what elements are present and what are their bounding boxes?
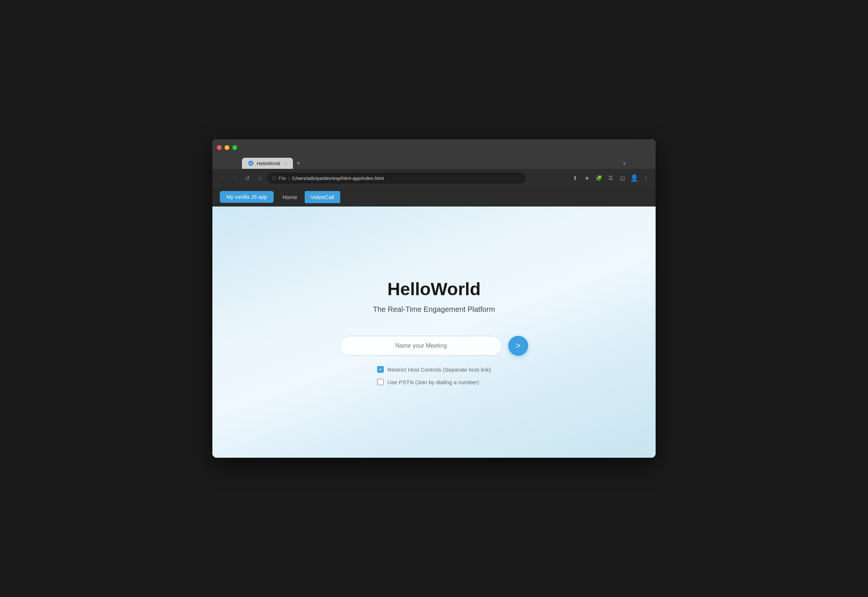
favicon-icon: ● [248,161,254,166]
title-bar [212,139,656,156]
forward-button[interactable]: → [229,173,240,183]
nav-home-link[interactable]: Home [277,191,303,203]
go-button-label: > [516,341,521,350]
url-bar[interactable]: ⓘ File | /Users/adictya/dev/exp/html-app… [267,172,525,184]
back-button[interactable]: ← [217,173,227,183]
restrict-host-label: Restrict Host Controls (Separate host li… [387,367,491,373]
browser-window: ● HelloWorld × + ∨ ← → ↺ ⌂ ⓘ File | /Use… [212,139,656,458]
new-tab-button[interactable]: + [294,158,304,169]
brand-button[interactable]: My vanilla JS app [220,191,274,203]
lock-icon: ⓘ [272,175,276,181]
refresh-button[interactable]: ↺ [242,173,252,183]
nav-bar: My vanilla JS app Home VideoCall [212,187,656,206]
file-label: File [279,175,286,181]
home-button[interactable]: ⌂ [254,173,265,183]
restrict-host-option[interactable]: ✓ Restrict Host Controls (Separate host … [377,366,491,373]
tab-favicon: ● [248,160,254,166]
hero-subtitle: The Real-Time Engagement Platform [373,305,495,313]
toolbar-right: ⬆ ★ 🧩 ☰ ◱ 👤 ⋮ [570,173,651,183]
traffic-lights [217,145,237,150]
main-content: HelloWorld The Real-Time Engagement Plat… [212,206,656,458]
tab-label: HelloWorld [257,161,280,166]
address-bar: ← → ↺ ⌂ ⓘ File | /Users/adictya/dev/exp/… [212,169,656,187]
avatar[interactable]: 👤 [629,173,640,183]
close-button[interactable] [217,145,222,150]
maximize-button[interactable] [232,145,237,150]
active-tab[interactable]: ● HelloWorld × [242,158,293,169]
pstn-option[interactable]: Use PSTN (Join by dialing a number) [377,379,479,385]
split-view-icon[interactable]: ◱ [617,173,628,183]
check-icon: ✓ [378,367,382,372]
meeting-name-input[interactable] [340,336,502,356]
pstn-label: Use PSTN (Join by dialing a number) [387,379,479,385]
tab-close-button[interactable]: × [284,161,286,165]
menu-icon[interactable]: ⋮ [641,173,651,183]
pstn-checkbox[interactable] [377,379,384,385]
extensions-icon[interactable]: 🧩 [594,173,604,183]
minimize-button[interactable] [224,145,229,150]
reading-list-icon[interactable]: ☰ [605,173,616,183]
tab-more-button[interactable]: ∨ [623,158,626,169]
meeting-form: > [340,336,528,356]
hero-title: HelloWorld [387,279,481,299]
share-icon[interactable]: ⬆ [570,173,580,183]
bookmark-icon[interactable]: ★ [582,173,592,183]
address-path: /Users/adictya/dev/exp/html-app/index.ht… [292,175,384,181]
options-container: ✓ Restrict Host Controls (Separate host … [377,366,491,385]
address-separator: | [288,175,289,181]
go-button[interactable]: > [508,336,528,356]
nav-videocall-link[interactable]: VideoCall [305,191,340,203]
restrict-host-checkbox[interactable]: ✓ [377,366,384,373]
tab-bar: ● HelloWorld × + ∨ [212,156,656,169]
